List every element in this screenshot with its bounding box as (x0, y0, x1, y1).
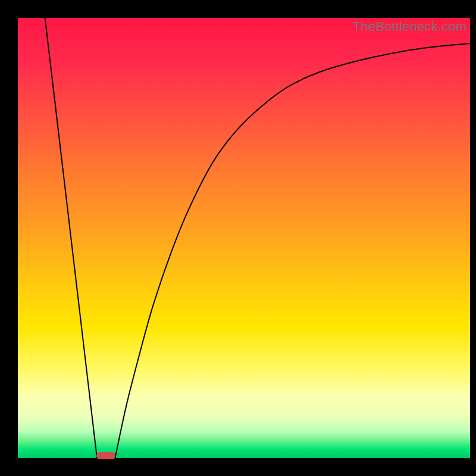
chart-container: TheBottleneck.com (0, 0, 476, 476)
curve-svg (18, 18, 470, 458)
left-segment-line (45, 18, 97, 458)
right-segment-curve (115, 43, 470, 458)
plot-area: TheBottleneck.com (18, 18, 470, 458)
min-marker (96, 452, 115, 459)
